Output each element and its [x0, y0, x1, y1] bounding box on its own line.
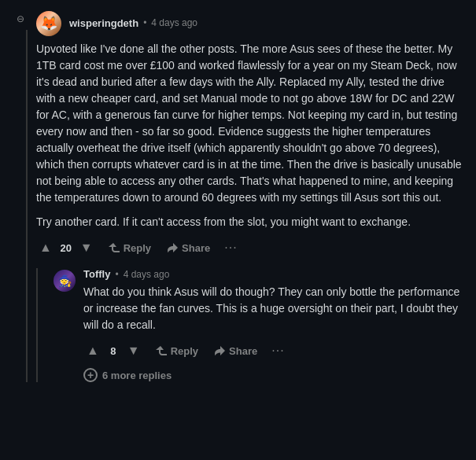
comment-thread: ⊖ 🦊 wisperingdeth • 4 days ago	[0, 0, 476, 392]
more-replies-section: + 6 more replies	[83, 368, 463, 382]
more-replies-button[interactable]: + 6 more replies	[83, 368, 172, 382]
nested-vote-section: ▲ 8 ▼	[83, 342, 143, 359]
nested-upvote-button[interactable]: ▲	[83, 342, 102, 359]
nested-comment-header: Toffly • 4 days ago	[83, 268, 463, 280]
nested-reply-button[interactable]: Reply	[149, 342, 205, 360]
nested-timestamp: 4 days ago	[124, 269, 170, 280]
comment-header: wisperingdeth • 4 days ago	[69, 17, 197, 29]
share-button[interactable]: Share	[161, 239, 216, 257]
downvote-icon: ▼	[80, 241, 93, 255]
timestamp: 4 days ago	[151, 17, 197, 28]
share-icon	[167, 243, 178, 252]
upvote-button[interactable]: ▲	[36, 239, 55, 256]
nested-avatar: 🧙	[54, 270, 76, 292]
avatar: 🦊	[36, 11, 61, 36]
vote-section: ▲ 20 ▼	[36, 239, 96, 256]
comment-body: Upvoted like I've done all the other pos…	[36, 41, 463, 230]
nested-reply-icon	[156, 346, 167, 355]
nested-comment-actions: ▲ 8 ▼	[83, 341, 463, 360]
plus-circle-icon: +	[83, 368, 98, 382]
nested-username: Toffly	[83, 268, 110, 280]
nested-reply-label: Reply	[171, 345, 198, 357]
more-replies-label: 6 more replies	[102, 370, 172, 381]
minus-icon: ⊖	[17, 13, 24, 24]
avatar-icon: 🦊	[40, 15, 57, 32]
nested-upvote-icon: ▲	[87, 344, 99, 358]
upvote-icon: ▲	[39, 241, 52, 255]
nested-ellipsis-icon: ···	[271, 344, 284, 357]
collapse-button[interactable]: ⊖	[13, 11, 28, 27]
separator: •	[143, 17, 146, 28]
vote-count: 20	[60, 242, 72, 254]
nested-share-icon	[214, 346, 225, 355]
ellipsis-icon: ···	[224, 241, 237, 254]
username: wisperingdeth	[69, 17, 138, 29]
share-label: Share	[182, 242, 210, 254]
main-comment: ⊖ 🦊 wisperingdeth • 4 days ago	[13, 9, 463, 382]
nested-share-button[interactable]: Share	[208, 342, 264, 360]
body-paragraph-2: Try another card. If it can't access fro…	[36, 214, 463, 230]
nested-vote-count: 8	[107, 345, 120, 357]
nested-separator: •	[115, 269, 118, 280]
comment-actions: ▲ 20 ▼ Reply	[36, 238, 463, 257]
nested-comment-body: What do you think Asus will do though? T…	[83, 284, 463, 333]
nested-share-label: Share	[229, 345, 257, 357]
nested-avatar-icon: 🧙	[58, 274, 72, 287]
nested-comment: 🧙 Toffly • 4 days ago What do you think …	[36, 268, 463, 382]
more-options-button[interactable]: ···	[220, 238, 242, 257]
nested-downvote-button[interactable]: ▼	[124, 342, 143, 359]
reply-button[interactable]: Reply	[102, 239, 157, 257]
reply-icon	[109, 243, 120, 252]
body-paragraph-1: Upvoted like I've done all the other pos…	[36, 41, 463, 206]
nested-downvote-icon: ▼	[127, 344, 140, 358]
nested-more-options-button[interactable]: ···	[267, 341, 289, 360]
downvote-button[interactable]: ▼	[77, 239, 96, 256]
reply-label: Reply	[124, 242, 151, 254]
